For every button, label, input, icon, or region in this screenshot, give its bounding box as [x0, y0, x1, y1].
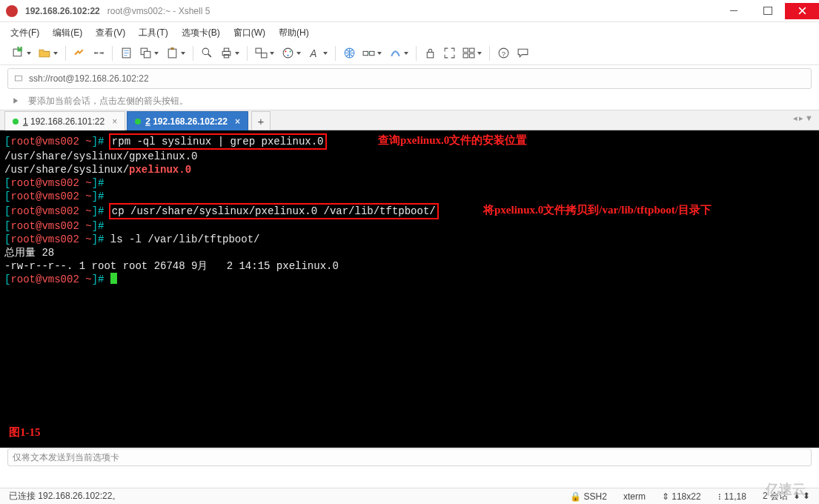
status-size: ⇕ 118x22 — [662, 491, 701, 502]
window-title-main: 192.168.26.102:22 — [25, 6, 100, 16]
status-ssh: 🔒 SSH2 — [570, 491, 607, 502]
close-tab-icon[interactable]: × — [235, 116, 240, 127]
toolbar-divider — [112, 46, 113, 61]
svg-rect-27 — [470, 54, 474, 58]
toolbar-divider — [193, 46, 193, 61]
svg-point-2 — [93, 52, 96, 54]
window-titlebar: 192.168.26.102:22 root@vms002:~ - Xshell… — [0, 0, 819, 22]
tab-session-2[interactable]: 2 192.168.26.102:22 × — [127, 111, 248, 130]
menu-edit[interactable]: 编辑(E) — [53, 27, 82, 39]
close-tab-icon[interactable]: × — [112, 116, 117, 127]
layout-button[interactable] — [460, 44, 485, 62]
status-dot-icon — [135, 119, 141, 125]
properties-button[interactable] — [117, 44, 135, 62]
font-button[interactable]: A — [305, 44, 331, 62]
lock-button[interactable] — [421, 44, 439, 62]
menu-bar: 文件(F) 编辑(E) 查看(V) 工具(T) 选项卡(B) 窗口(W) 帮助(… — [0, 22, 819, 43]
globe-button[interactable] — [340, 44, 358, 62]
svg-rect-24 — [463, 48, 468, 52]
window-minimize-button[interactable] — [717, 3, 751, 19]
svg-rect-21 — [363, 51, 368, 55]
svg-point-3 — [102, 52, 104, 54]
find-button[interactable] — [198, 44, 216, 62]
paste-button[interactable] — [163, 44, 188, 62]
toolbar: A ? — [0, 43, 819, 65]
menu-help[interactable]: 帮助(H) — [279, 27, 309, 39]
svg-rect-23 — [427, 52, 434, 57]
toolbar-divider — [65, 46, 66, 61]
svg-rect-26 — [463, 54, 468, 58]
svg-rect-25 — [470, 48, 474, 52]
svg-rect-7 — [168, 49, 176, 58]
toolbar-divider — [489, 46, 490, 61]
arrow-icon[interactable] — [12, 96, 21, 105]
color-button[interactable] — [279, 44, 304, 62]
new-session-button[interactable] — [9, 44, 34, 62]
session-tabs: 1 192.168.26.101:22 × 2 192.168.26.102:2… — [0, 110, 819, 130]
open-session-button[interactable] — [36, 44, 61, 62]
add-tab-button[interactable]: + — [251, 111, 271, 130]
svg-point-9 — [202, 48, 209, 55]
window-title-sub: root@vms002:~ - Xshell 5 — [107, 6, 210, 16]
send-placeholder: 仅将文本发送到当前选项卡 — [13, 451, 119, 464]
hint-text: 要添加当前会话，点击左侧的箭头按钮。 — [28, 95, 188, 107]
tab-label: 2 192.168.26.102:22 — [145, 116, 228, 127]
cursor-icon — [110, 273, 117, 284]
terminal-output: /usr/share/syslinux/gpxelinux.0 — [4, 150, 815, 163]
copy-button[interactable] — [136, 44, 162, 62]
svg-rect-14 — [262, 53, 267, 58]
chat-button[interactable] — [514, 44, 531, 62]
status-cursor: ⫶ 11,18 — [717, 491, 746, 502]
svg-point-17 — [290, 50, 291, 52]
menu-tools[interactable]: 工具(T) — [139, 27, 168, 39]
lock-icon: 🔒 — [570, 491, 581, 502]
window-close-button[interactable] — [785, 3, 819, 19]
tab-scroll-left-icon[interactable]: ◂ — [793, 113, 798, 123]
svg-rect-6 — [144, 51, 150, 58]
menu-file[interactable]: 文件(F) — [10, 27, 39, 39]
svg-rect-8 — [170, 47, 173, 50]
menu-window[interactable]: 窗口(W) — [233, 27, 265, 39]
status-dot-icon — [13, 119, 19, 125]
menu-tabs[interactable]: 选项卡(B) — [182, 27, 220, 39]
menu-view[interactable]: 查看(V) — [96, 27, 125, 39]
svg-point-18 — [287, 55, 288, 56]
tab-label: 1 192.168.26.101:22 — [23, 116, 105, 127]
fullscreen-button[interactable] — [440, 44, 458, 62]
tab-scroll-right-icon[interactable]: ▸ — [799, 113, 803, 123]
terminal[interactable]: [root@vms002 ~]# rpm -ql syslinux | grep… — [0, 130, 819, 448]
highlight-cmd-1: rpm -ql syslinux | grep pxelinux.0 — [109, 133, 327, 150]
status-term: xterm — [623, 491, 646, 502]
toolbar-divider — [335, 46, 336, 61]
terminal-output: -rw-r--r--. 1 root root 26748 9月 2 14:15… — [4, 259, 815, 273]
figure-label: 图1-15 — [9, 425, 41, 439]
ssh-icon — [14, 74, 23, 83]
connect-button[interactable] — [70, 44, 88, 62]
transfer-button[interactable] — [359, 44, 385, 62]
window-maximize-button[interactable] — [751, 3, 785, 19]
svg-rect-11 — [224, 48, 228, 51]
address-text: ssh://root@192.168.26.102:22 — [29, 73, 149, 84]
status-connection: 已连接 192.168.26.102:22。 — [9, 490, 554, 503]
address-bar[interactable]: ssh://root@192.168.26.102:22 — [7, 68, 812, 89]
terminal-output: /usr/share/syslinux/pxelinux.0 — [4, 163, 815, 176]
send-input[interactable]: 仅将文本发送到当前选项卡 — [7, 448, 812, 466]
disconnect-button[interactable] — [90, 44, 107, 62]
toolbar-divider — [416, 46, 417, 61]
tunnel-button[interactable] — [386, 44, 411, 62]
app-icon — [6, 5, 18, 17]
hint-bar: 要添加当前会话，点击左侧的箭头按钮。 — [0, 92, 819, 110]
annotation-2: 将pxelinux.0文件拷贝到/var/lib/tftpboot/目录下 — [483, 203, 712, 216]
svg-rect-13 — [256, 48, 261, 53]
svg-rect-30 — [16, 76, 22, 81]
svg-text:?: ? — [501, 50, 505, 58]
toolbar-divider — [247, 46, 248, 61]
tab-session-1[interactable]: 1 192.168.26.101:22 × — [4, 111, 125, 130]
help-button[interactable]: ? — [494, 44, 512, 62]
print-button[interactable] — [217, 44, 242, 62]
status-sessions: 2 会话 ⬍ ⬍ — [763, 490, 810, 503]
svg-point-16 — [285, 50, 286, 52]
tab-menu-icon[interactable]: ▼ — [805, 113, 813, 123]
annotation-1: 查询pxelinux.0文件的安装位置 — [378, 133, 527, 147]
screen-button[interactable] — [252, 44, 277, 62]
